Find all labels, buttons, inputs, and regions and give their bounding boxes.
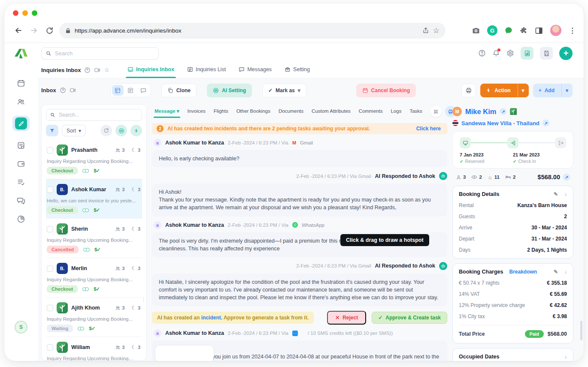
action-button[interactable]: Action ▾ bbox=[480, 84, 528, 97]
price-external-link-icon[interactable]: ↗ bbox=[563, 174, 570, 180]
share-icon[interactable] bbox=[422, 27, 429, 34]
collapse-arrow-icon[interactable]: ↓ bbox=[564, 354, 567, 360]
reject-button[interactable]: ✕ Reject bbox=[327, 311, 366, 325]
help-icon[interactable] bbox=[478, 49, 486, 57]
global-search[interactable] bbox=[41, 47, 159, 60]
app-logo[interactable] bbox=[13, 47, 29, 61]
video-tutorial-icon[interactable] bbox=[94, 67, 100, 73]
save-shortcut-button[interactable] bbox=[540, 47, 553, 60]
list-item[interactable]: Sherin 3 ☾ 3 Inquiry Regarding Upcoming … bbox=[46, 218, 142, 258]
chat-extension-icon[interactable] bbox=[504, 26, 513, 35]
add-new-button[interactable]: + bbox=[559, 47, 573, 60]
item-checkbox[interactable] bbox=[47, 305, 53, 311]
page-help-icon[interactable] bbox=[84, 67, 91, 73]
sidebar-toggle-icon[interactable] bbox=[535, 27, 543, 35]
rail-user-avatar[interactable]: S bbox=[15, 321, 27, 334]
item-checkbox[interactable] bbox=[47, 147, 53, 153]
list-item-selected[interactable]: B. Ashok Kumar 3 ☾ 3 Hello, we can sent … bbox=[46, 179, 142, 218]
approve-create-task-button[interactable]: ✓ Approve & Create task bbox=[372, 312, 447, 324]
scrollbar-thumb[interactable] bbox=[580, 321, 582, 340]
tab-documents[interactable]: Documents bbox=[279, 108, 303, 117]
sort-button[interactable]: Sort ▾ bbox=[62, 125, 86, 136]
tab-tasks[interactable]: Tasks bbox=[409, 108, 422, 117]
tab-comments[interactable]: Comments bbox=[359, 108, 383, 117]
filter-button[interactable] bbox=[46, 125, 58, 136]
sidebar-item-notes[interactable] bbox=[17, 141, 25, 150]
tab-message[interactable]: Message ▾ bbox=[155, 108, 179, 118]
mark-as-button[interactable]: ✓ Mark as ▾ bbox=[262, 84, 306, 97]
back-button[interactable] bbox=[13, 25, 24, 36]
inbox-video-icon[interactable] bbox=[70, 87, 76, 93]
incident-link[interactable]: incident. bbox=[201, 315, 222, 321]
address-bar[interactable]: https://app.advance.cm/en/inquiries/inbo… bbox=[59, 23, 446, 39]
tab-inquiries-list[interactable]: Inquiries List bbox=[187, 65, 226, 78]
tab-messages[interactable]: Messages bbox=[239, 65, 272, 78]
tab-other-bookings[interactable]: Other Bookings bbox=[236, 108, 270, 117]
chat-view-button[interactable] bbox=[138, 85, 149, 96]
global-search-input[interactable] bbox=[54, 50, 154, 57]
bookmark-star-icon[interactable]: ☆ bbox=[433, 26, 439, 35]
notifications-bell-icon[interactable] bbox=[492, 49, 500, 57]
list-view-button[interactable] bbox=[125, 85, 136, 96]
breakdown-link[interactable]: Breakdown bbox=[509, 269, 537, 275]
favorite-star-icon[interactable]: ☆ bbox=[104, 66, 109, 73]
extensions-puzzle-icon[interactable] bbox=[520, 27, 528, 35]
browser-menu-kebab-icon[interactable]: ⋮ bbox=[569, 26, 576, 35]
reload-button[interactable] bbox=[44, 25, 55, 36]
item-checkbox[interactable] bbox=[47, 226, 53, 232]
inbox-search-input[interactable] bbox=[58, 111, 138, 118]
tab-logs[interactable]: Logs bbox=[391, 108, 401, 117]
card-view-button[interactable] bbox=[112, 85, 124, 96]
guest-external-link-icon[interactable]: ↗ bbox=[500, 108, 506, 115]
tab-inquiries-inbox[interactable]: Inquiries Inbox bbox=[127, 65, 174, 78]
sidebar-item-calendar[interactable] bbox=[17, 79, 25, 87]
tab-flights[interactable]: Flights bbox=[214, 108, 228, 117]
browser-profile-avatar[interactable] bbox=[550, 24, 562, 36]
sidebar-item-tasks[interactable] bbox=[17, 178, 25, 187]
sidebar-item-reports[interactable] bbox=[17, 215, 25, 223]
ai-setting-button[interactable]: AI Setting bbox=[207, 84, 252, 97]
list-item[interactable]: B. Merlin 3 ☾ 3 Inquiry Regarding Upcomi… bbox=[46, 258, 142, 297]
quick-action-button[interactable] bbox=[130, 125, 142, 136]
refresh-button[interactable] bbox=[100, 125, 112, 136]
list-item[interactable]: Wiiliam 3 ☾ 3 Inquiry Regarding Upcoming… bbox=[46, 337, 142, 361]
print-button[interactable] bbox=[461, 84, 476, 97]
edit-pencil-icon[interactable]: ✎ bbox=[554, 191, 558, 197]
clone-button[interactable]: Clone bbox=[161, 84, 197, 97]
inbox-help-icon[interactable] bbox=[60, 87, 66, 93]
forward-button[interactable] bbox=[28, 25, 39, 36]
item-checkbox[interactable] bbox=[47, 265, 53, 272]
reports-shortcut-button[interactable] bbox=[521, 47, 533, 60]
collapse-arrow-icon[interactable]: ↓ bbox=[564, 191, 567, 197]
add-button[interactable]: + Add ▾ bbox=[533, 84, 573, 97]
list-item[interactable]: Ajith Khom 3 ☾ 3 Inquiry Regarding Upcom… bbox=[46, 297, 142, 337]
add-caret-button[interactable]: ▾ bbox=[561, 84, 572, 97]
item-checkbox[interactable] bbox=[47, 187, 53, 193]
property-name[interactable]: Sandewa New Villa - Thailand bbox=[461, 120, 540, 126]
edit-pencil-icon[interactable]: ✎ bbox=[554, 269, 558, 275]
camera-extension-icon[interactable] bbox=[472, 26, 480, 35]
tab-invoices[interactable]: Invoices bbox=[188, 108, 206, 117]
grammarly-extension-icon[interactable]: G bbox=[487, 25, 497, 36]
item-checkbox[interactable] bbox=[47, 344, 53, 351]
close-window-button[interactable] bbox=[13, 10, 18, 16]
sidebar-item-wallet[interactable] bbox=[17, 159, 25, 168]
collapse-thread-button[interactable] bbox=[430, 106, 442, 117]
tab-custom-attributes[interactable]: Custom Attributes bbox=[312, 108, 351, 117]
property-external-link-icon[interactable]: ↗ bbox=[543, 120, 549, 126]
action-caret-button[interactable]: ▾ bbox=[518, 84, 528, 97]
tab-setting[interactable]: Setting bbox=[285, 65, 310, 78]
sidebar-item-inquiries-active[interactable] bbox=[12, 116, 30, 131]
maximize-window-button[interactable] bbox=[32, 10, 37, 16]
sidebar-item-contacts[interactable] bbox=[17, 97, 25, 106]
ai-filter-button[interactable] bbox=[115, 125, 127, 136]
minimize-window-button[interactable] bbox=[22, 10, 28, 16]
panel-resize-handle[interactable]: ⋮ bbox=[141, 296, 145, 302]
collapse-arrow-icon[interactable]: ↓ bbox=[564, 269, 567, 275]
sidebar-item-messages[interactable] bbox=[17, 196, 25, 205]
inbox-search[interactable] bbox=[46, 109, 142, 121]
list-item[interactable]: Prashanth 3 ☾ 3 Inquiry Regarding Upcomi… bbox=[46, 140, 142, 179]
alert-click-here-link[interactable]: Click here bbox=[416, 126, 441, 132]
settings-gear-icon[interactable] bbox=[506, 49, 514, 57]
cancel-booking-button[interactable]: Cancel Booking bbox=[356, 84, 416, 97]
